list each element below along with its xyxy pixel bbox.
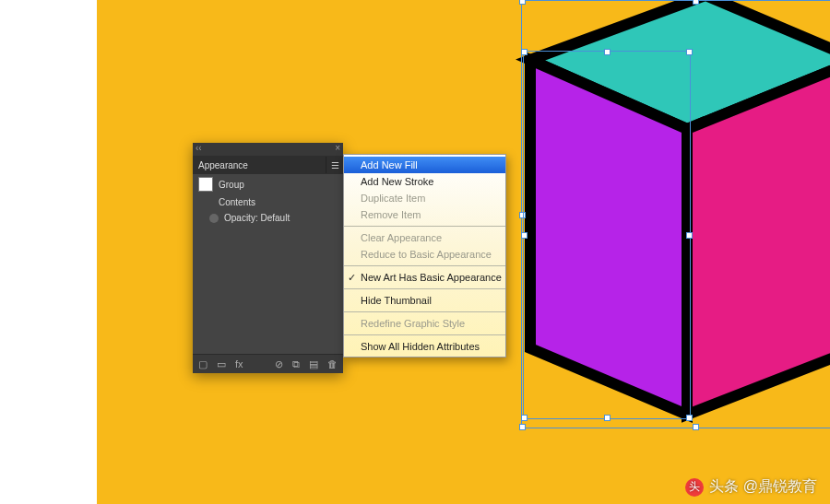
group-label: Group	[219, 180, 244, 190]
menu-separator	[344, 311, 505, 312]
appearance-row-group[interactable]: Group	[193, 174, 343, 194]
menu-item-clear-appearance: Clear Appearance	[344, 229, 505, 246]
contents-label: Contents	[219, 197, 255, 207]
panel-titlebar[interactable]: ‹‹ ×	[193, 143, 343, 156]
group-swatch	[198, 177, 213, 192]
appearance-row-contents[interactable]: Contents	[193, 194, 343, 210]
visibility-toggle-icon[interactable]	[209, 214, 219, 223]
panel-footer: ▢ ▭ fx ⊘ ⧉ ▤ 🗑	[193, 354, 343, 373]
menu-separator	[344, 265, 505, 266]
appearance-tab[interactable]: Appearance	[193, 157, 254, 174]
stroke-icon[interactable]: ▭	[217, 358, 226, 370]
menu-separator	[344, 288, 505, 289]
panel-tabrow: Appearance ☰	[193, 156, 343, 174]
cube-front-face	[530, 60, 687, 415]
duplicate-icon[interactable]: ⧉	[292, 358, 300, 370]
panel-collapse-icon[interactable]: ‹‹	[196, 143, 202, 156]
panel-close-icon[interactable]: ×	[335, 143, 340, 156]
watermark-logo-icon: 头	[685, 478, 704, 497]
watermark: 头 头条 @鼎锐教育	[685, 477, 817, 497]
menu-item-remove-item: Remove Item	[344, 206, 505, 223]
no-fill-icon[interactable]: ▢	[198, 358, 208, 370]
trash-icon[interactable]: 🗑	[327, 358, 338, 369]
panel-flyout-menu-button[interactable]: ☰	[326, 157, 343, 173]
menu-item-show-all-hidden-attributes[interactable]: Show All Hidden Attributes	[344, 338, 505, 355]
menu-item-duplicate-item: Duplicate Item	[344, 190, 505, 206]
clear-appearance-icon[interactable]: ⊘	[275, 358, 283, 370]
menu-item-add-new-fill[interactable]: Add New Fill	[344, 157, 505, 173]
menu-separator	[344, 334, 505, 335]
menu-icon: ☰	[331, 160, 339, 170]
menu-separator	[344, 226, 505, 227]
menu-item-reduce-to-basic-appearance: Reduce to Basic Appearance	[344, 246, 505, 263]
appearance-panel[interactable]: ‹‹ × Appearance ☰ Group Contents Opacity…	[193, 143, 343, 373]
menu-item-hide-thumbnail[interactable]: Hide Thumbnail	[344, 292, 505, 309]
new-icon[interactable]: ▤	[309, 358, 318, 370]
menu-item-add-new-stroke[interactable]: Add New Stroke	[344, 173, 505, 190]
menu-item-redefine-graphic-style: Redefine Graphic Style	[344, 315, 505, 332]
menu-item-new-art-has-basic-appearance[interactable]: New Art Has Basic Appearance	[344, 269, 505, 286]
opacity-label: Opacity: Default	[224, 213, 290, 223]
appearance-row-opacity[interactable]: Opacity: Default	[193, 210, 343, 226]
watermark-text: 头条 @鼎锐教育	[709, 477, 817, 497]
fx-button[interactable]: fx	[235, 358, 243, 369]
appearance-flyout-menu[interactable]: Add New FillAdd New StrokeDuplicate Item…	[343, 154, 506, 357]
